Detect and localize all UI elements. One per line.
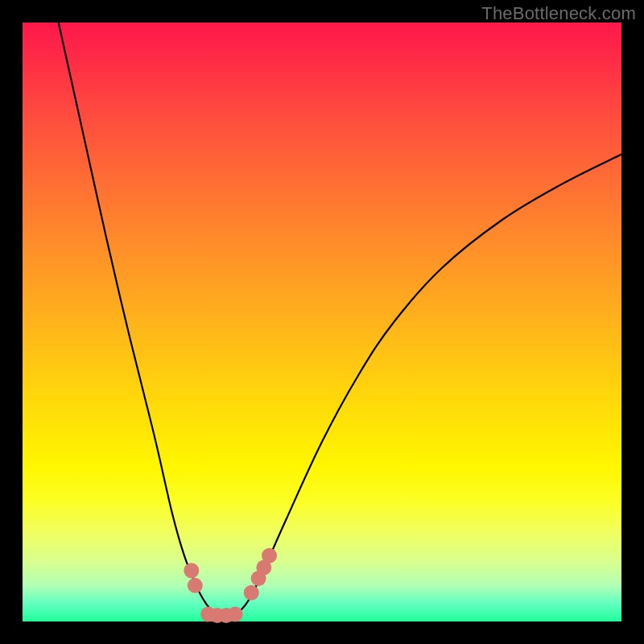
marker-point (184, 563, 199, 578)
marker-point (244, 585, 259, 601)
marker-group (184, 548, 277, 623)
marker-point (228, 607, 243, 622)
marker-point (188, 578, 203, 593)
watermark-text: TheBottleneck.com (481, 3, 636, 24)
bottleneck-curve (59, 23, 621, 616)
marker-point (262, 548, 277, 564)
curve-svg (23, 23, 621, 621)
chart-frame: TheBottleneck.com (0, 0, 644, 644)
plot-area (23, 23, 621, 621)
